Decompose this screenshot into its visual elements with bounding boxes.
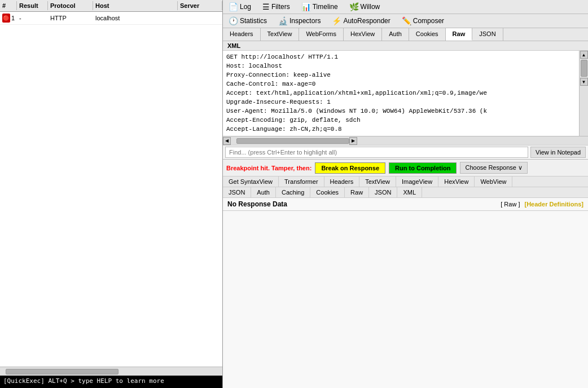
resp-tab-webview[interactable]: WebView (475, 177, 512, 187)
col-server-header: Server (178, 1, 222, 10)
hscroll-left[interactable]: ◀ (223, 137, 231, 145)
autoresponder-icon: ⚡ (332, 16, 341, 25)
tab-auth[interactable]: Auth (382, 28, 409, 41)
resp-tab-caching[interactable]: Caching (276, 187, 310, 197)
resp-tab-imageview[interactable]: ImageView (396, 177, 438, 187)
vscroll-thumb[interactable] (581, 60, 587, 77)
no-response-area: No Response Data [ Raw ] [Header Definit… (223, 198, 588, 211)
col-host-header: Host (93, 1, 178, 10)
resp-tab-getsyntaxview[interactable]: Get SyntaxView (223, 177, 279, 187)
right-panel: 📄 Log ☰ Filters 📊 Timeline 🌿 Willow 🕐 St… (223, 0, 588, 388)
resp-tab-headers[interactable]: Headers (324, 177, 360, 187)
table-header: # Result Protocol Host Server (0, 0, 222, 12)
response-tabs-row2: JSON Auth Caching Cookies Raw JSON XML (223, 187, 588, 198)
toolbar-statistics[interactable]: 🕐 Statistics (225, 15, 270, 27)
toolbar-composer[interactable]: ✏️ Composer (398, 15, 447, 27)
toolbar-log[interactable]: 📄 Log (225, 1, 254, 12)
timeline-icon: 📊 (301, 2, 311, 11)
response-content-area (223, 211, 588, 388)
left-hscroll-thumb[interactable] (6, 369, 119, 374)
raw-link[interactable]: [ Raw ] (501, 201, 520, 208)
request-body-text[interactable]: GET http://localhost/ HTTP/1.1 Host: loc… (223, 51, 579, 136)
willow-icon: 🌿 (349, 2, 359, 11)
resp-tab-json[interactable]: JSON (223, 187, 251, 197)
filters-icon: ☰ (262, 2, 270, 11)
resp-tab-json2[interactable]: JSON (369, 187, 397, 197)
row-host: localhost (93, 14, 178, 22)
statistics-icon: 🕐 (229, 16, 238, 25)
response-tabs-row1: Get SyntaxView Transformer Headers TextV… (223, 177, 588, 187)
row-protocol: HTTP (48, 14, 93, 22)
view-in-notepad-button[interactable]: View in Notepad (530, 147, 586, 158)
find-input[interactable] (225, 147, 528, 158)
col-hash-header: # (0, 1, 17, 10)
resp-tab-hexview[interactable]: HexView (438, 177, 475, 187)
col-result-header: Result (17, 1, 48, 10)
break-on-response-button[interactable]: Break on Response (315, 162, 385, 174)
vscroll-up[interactable]: ▲ (580, 51, 588, 59)
resp-tab-raw[interactable]: Raw (345, 187, 369, 197)
tab-textview[interactable]: TextView (261, 28, 300, 41)
find-bar: View in Notepad (223, 146, 588, 160)
breakpoint-bar: Breakpoint hit. Tamper, then: Break on R… (223, 160, 588, 177)
tab-webforms[interactable]: WebForms (299, 28, 344, 41)
body-hscroll[interactable]: ◀ ▶ (223, 136, 588, 145)
xml-label: XML (223, 41, 588, 51)
header-definitions-link[interactable]: [Header Definitions] (524, 201, 583, 208)
tab-raw[interactable]: Raw (446, 28, 473, 41)
tab-json[interactable]: JSON (472, 28, 503, 41)
toolbar-autoresponder[interactable]: ⚡ AutoResponder (328, 15, 393, 27)
request-tab-bar: Headers TextView WebForms HexView Auth C… (223, 28, 588, 41)
table-row[interactable]: 🔴 1 - HTTP localhost (0, 12, 222, 25)
vertical-scrollbar[interactable]: ▲ ▼ (579, 51, 588, 136)
inspectors-icon: 🔬 (278, 16, 288, 25)
choose-response-button[interactable]: Choose Response ∨ (460, 162, 528, 174)
resp-tab-textview[interactable]: TextView (359, 177, 396, 187)
run-to-completion-button[interactable]: Run to Completion (389, 162, 457, 174)
toolbar-row-1: 📄 Log ☰ Filters 📊 Timeline 🌿 Willow (223, 0, 588, 14)
hscroll-thumb[interactable] (236, 138, 349, 144)
resp-tab-xml[interactable]: XML (397, 187, 422, 197)
tab-cookies[interactable]: Cookies (409, 28, 446, 41)
col-protocol-header: Protocol (48, 1, 93, 10)
composer-icon: ✏️ (402, 16, 411, 25)
session-icon: 🔴 (2, 14, 10, 23)
row-result: - (17, 14, 48, 22)
resp-tab-cookies[interactable]: Cookies (310, 187, 345, 197)
toolbar-filters[interactable]: ☰ Filters (259, 1, 293, 12)
resp-tab-transformer[interactable]: Transformer (279, 177, 324, 187)
resp-tab-auth[interactable]: Auth (251, 187, 276, 197)
left-hscroll[interactable] (0, 367, 222, 376)
toolbar-inspectors[interactable]: 🔬 Inspectors (275, 15, 324, 27)
toolbar-willow[interactable]: 🌿 Willow (346, 1, 384, 12)
vscroll-down[interactable]: ▼ (580, 78, 588, 86)
request-body-wrapper: GET http://localhost/ HTTP/1.1 Host: loc… (223, 51, 588, 146)
row-id: 🔴 1 (0, 13, 17, 23)
quick-exec-bar[interactable]: [QuickExec] ALT+Q > type HELP to learn m… (0, 376, 222, 388)
body-scroll-container: GET http://localhost/ HTTP/1.1 Host: loc… (223, 51, 588, 136)
breakpoint-text: Breakpoint hit. Tamper, then: (226, 165, 311, 171)
log-icon: 📄 (229, 2, 238, 11)
hscroll-right[interactable]: ▶ (349, 137, 357, 145)
no-response-text: No Response Data (227, 200, 496, 208)
session-list: 🔴 1 - HTTP localhost (0, 12, 222, 367)
tab-headers[interactable]: Headers (223, 28, 261, 41)
left-panel: # Result Protocol Host Server 🔴 1 - HTTP… (0, 0, 223, 388)
tab-hexview[interactable]: HexView (344, 28, 382, 41)
row-server (178, 17, 222, 19)
toolbar-timeline[interactable]: 📊 Timeline (298, 1, 341, 12)
toolbar-row-2: 🕐 Statistics 🔬 Inspectors ⚡ AutoResponde… (223, 14, 588, 28)
